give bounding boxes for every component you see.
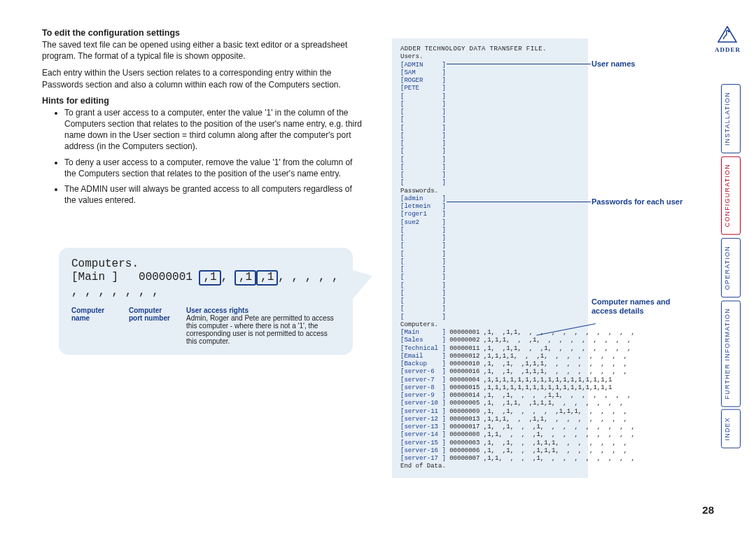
- paragraph-2: Each entry within the Users section rela…: [42, 67, 364, 90]
- hints-list: To grant a user access to a computer, en…: [42, 107, 364, 206]
- nav-configuration[interactable]: CONFIGURATION: [721, 156, 741, 234]
- annotation-line: [447, 202, 591, 202]
- page-number: 28: [702, 504, 714, 516]
- side-nav: INSTALLATION CONFIGURATION OPERATION FUR…: [721, 84, 741, 449]
- heading-hints: Hints for editing: [42, 96, 364, 106]
- hint-item: To deny a user access to a computer, rem…: [64, 157, 364, 179]
- label-user-access: User access rights: [186, 307, 340, 314]
- annotation-user-names: User names: [592, 59, 635, 69]
- nav-index[interactable]: INDEX: [721, 409, 741, 449]
- callout-bit-4: ,1: [256, 270, 278, 286]
- adder-snake-icon: [715, 25, 739, 45]
- callout-row: [Main ] 00000001 ,1, ,1,1, , , , , , , ,…: [71, 270, 340, 298]
- svg-point-0: [728, 31, 729, 32]
- label-computer-name: Computer name: [71, 307, 115, 322]
- nav-installation[interactable]: INSTALLATION: [721, 84, 741, 153]
- callout-title: Computers.: [71, 258, 340, 270]
- paragraph-1: The saved text file can be opened using …: [42, 39, 364, 62]
- callout-port: 00000001: [139, 271, 192, 283]
- left-column: To edit the configuration settings The s…: [42, 28, 364, 355]
- annotation-passwords: Passwords for each user: [592, 197, 682, 206]
- nav-operation[interactable]: OPERATION: [721, 238, 741, 297]
- brand-text: ADDER: [715, 46, 741, 53]
- hint-item: To grant a user access to a computer, en…: [64, 107, 364, 153]
- callout-computer-name: [Main ]: [71, 271, 118, 283]
- annotation-computers: Computer names and access details: [592, 297, 690, 316]
- callout-bit-1: ,1: [199, 270, 220, 286]
- data-file-preview: ADDER TECHNOLOGY DATA TRANSFER FILE. Use…: [392, 38, 588, 478]
- label-computer-port: Computer port number: [129, 307, 172, 322]
- annotation-line: [447, 64, 591, 64]
- nav-further-information[interactable]: FURTHER INFORMATION: [721, 300, 741, 407]
- brand-logo: ADDER: [715, 25, 741, 53]
- callout-bubble: Computers. [Main ] 00000001 ,1, ,1,1, , …: [59, 248, 353, 355]
- callout-labels: Computer name Computer port number User …: [71, 307, 340, 345]
- label-user-access-desc: Admin, Roger and Pete are permitted to a…: [186, 314, 340, 345]
- hint-item: The ADMIN user will always be granted ac…: [64, 183, 364, 206]
- callout-bit-3: ,1: [234, 270, 256, 286]
- heading-edit-config: To edit the configuration settings: [42, 28, 364, 38]
